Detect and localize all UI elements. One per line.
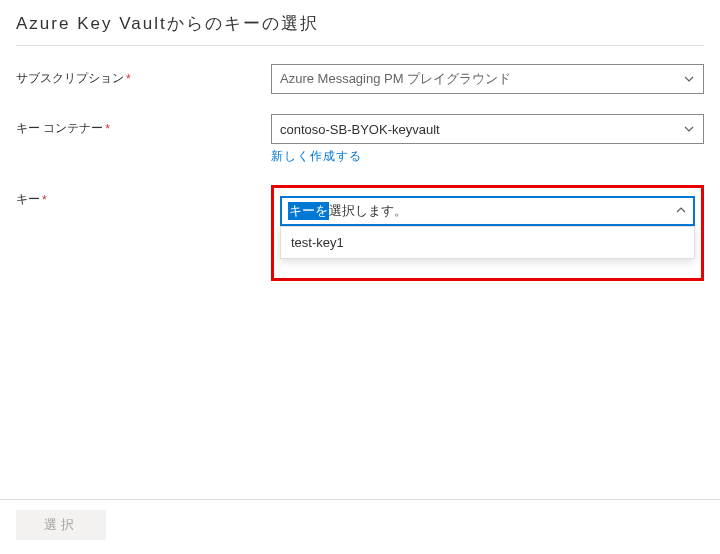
- label-subscription: サブスクリプション *: [16, 64, 271, 87]
- footer: 選択: [0, 499, 720, 554]
- subscription-selected-value: Azure Messaging PM プレイグラウンド: [280, 70, 511, 88]
- label-keycontainer-text: キー コンテナー: [16, 120, 103, 137]
- required-marker: *: [42, 193, 47, 207]
- label-keycontainer: キー コンテナー *: [16, 114, 271, 137]
- subscription-select[interactable]: Azure Messaging PM プレイグラウンド: [271, 64, 704, 94]
- row-subscription: サブスクリプション * Azure Messaging PM プレイグラウンド: [16, 64, 704, 94]
- key-placeholder-highlight: キーを: [288, 202, 329, 220]
- key-select[interactable]: キーを 選択します。: [280, 196, 695, 226]
- keycontainer-select[interactable]: contoso-SB-BYOK-keyvault: [271, 114, 704, 144]
- page-title: Azure Key Vaultからのキーの選択: [16, 12, 704, 35]
- required-marker: *: [105, 122, 110, 136]
- title-divider: [16, 45, 704, 46]
- row-keycontainer: キー コンテナー * contoso-SB-BYOK-keyvault 新しく作…: [16, 114, 704, 165]
- key-placeholder-rest: 選択します。: [329, 202, 407, 220]
- key-highlight-box: キーを 選択します。 test-key1: [271, 185, 704, 281]
- select-button[interactable]: 選択: [16, 510, 106, 540]
- required-marker: *: [126, 72, 131, 86]
- key-dropdown: test-key1: [280, 226, 695, 259]
- label-key-text: キー: [16, 191, 40, 208]
- key-option[interactable]: test-key1: [281, 227, 694, 258]
- create-new-link[interactable]: 新しく作成する: [271, 148, 362, 165]
- row-key: キー * キーを 選択します。 test-key1: [16, 185, 704, 281]
- chevron-up-icon: [675, 204, 687, 216]
- chevron-down-icon: [683, 73, 695, 85]
- label-key: キー *: [16, 185, 271, 208]
- chevron-down-icon: [683, 123, 695, 135]
- keycontainer-selected-value: contoso-SB-BYOK-keyvault: [280, 122, 440, 137]
- label-subscription-text: サブスクリプション: [16, 70, 124, 87]
